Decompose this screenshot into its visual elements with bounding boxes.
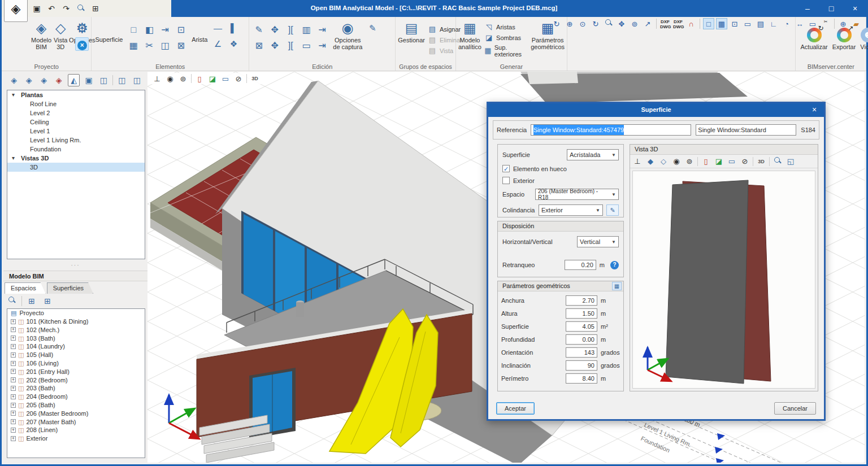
save-icon[interactable]: ▣ xyxy=(31,4,42,13)
duplicate-view-icon[interactable]: ◈ xyxy=(38,74,50,86)
cancel-selection-button[interactable]: × xyxy=(75,37,89,51)
minimize-button[interactable]: – xyxy=(800,2,815,15)
altura-input[interactable]: 1.50 xyxy=(566,308,597,319)
hueco-checkbox[interactable]: ✓ xyxy=(502,165,510,172)
tree-item-level-1-living[interactable]: Level 1 Living Rm. xyxy=(7,136,145,145)
vista-3d-button[interactable]: ◇ Vista 3D xyxy=(54,19,67,61)
profundidad-input[interactable]: 0.00 xyxy=(566,334,597,345)
show-dimensions-icon[interactable]: ▭ xyxy=(727,157,737,166)
anchura-input[interactable]: 2.70 xyxy=(566,295,597,306)
calc-parametros-icon[interactable]: ▦ xyxy=(612,282,622,290)
fan-icon[interactable]: ❖ xyxy=(227,37,240,51)
tab-espacios[interactable]: Espacios xyxy=(5,282,46,294)
paint-surface-icon[interactable]: ◧ xyxy=(142,23,157,37)
deck-chimney[interactable] xyxy=(296,302,304,317)
hide-elements-icon[interactable]: ⊘ xyxy=(740,157,750,166)
eye-orbit-icon[interactable]: ◉ xyxy=(671,157,682,166)
show-dimensions-icon[interactable]: ▭ xyxy=(220,75,231,83)
move-vertical-icon[interactable]: ✥ xyxy=(267,38,282,53)
tree-item-level-1[interactable]: Level 1 xyxy=(7,127,145,136)
edit-pencil-icon[interactable]: ✎ xyxy=(251,23,266,37)
gestionar-button[interactable]: ▤ Gestionar xyxy=(398,19,425,61)
show-doors-icon[interactable]: ▯ xyxy=(701,157,711,166)
new-surface-icon[interactable]: □ xyxy=(126,23,141,37)
view-3d-settings-icon[interactable]: 3D xyxy=(250,76,260,81)
export-dxf-icon[interactable]: DXF DWG xyxy=(659,18,671,29)
close-button[interactable]: × xyxy=(847,2,863,15)
app-menu-button[interactable]: ◈ xyxy=(4,0,28,22)
orientacion-input[interactable]: 143 xyxy=(566,347,597,358)
ortho-icon[interactable]: ∟ xyxy=(768,18,779,29)
help-icon[interactable]: ? xyxy=(610,261,619,269)
espacio-select[interactable]: 206 (Master Bedroom) - R18▼ xyxy=(535,189,619,200)
erase-icon[interactable]: ⊠ xyxy=(251,38,266,53)
snapshot-icon[interactable]: ▣ xyxy=(83,74,94,86)
fit-preview-icon[interactable]: ◱ xyxy=(785,157,796,166)
zoom-preview-icon[interactable] xyxy=(772,156,783,166)
search-spaces-icon[interactable] xyxy=(6,295,18,307)
show-doors-icon[interactable]: ▯ xyxy=(194,75,205,83)
export-book-icon[interactable]: ◫ xyxy=(131,74,143,86)
user-account-button[interactable]: ☻✓ Victor xyxy=(860,26,868,59)
text-style-icon[interactable]: ▤ xyxy=(755,18,766,29)
line-icon[interactable]: — xyxy=(211,21,224,35)
comment-icon[interactable]: ▭ xyxy=(807,18,818,29)
rotate-surface-icon[interactable]: ⊡ xyxy=(173,23,188,37)
tree-item-ceiling[interactable]: Ceiling xyxy=(7,117,145,127)
panel-splitter[interactable]: ··· xyxy=(3,263,147,269)
fullscreen-icon[interactable]: ↗ xyxy=(642,18,653,29)
angle-snap-icon[interactable]: ◔ xyxy=(781,18,792,29)
cancelar-button[interactable]: Cancelar xyxy=(774,402,816,415)
tree-item-3d[interactable]: 3D xyxy=(7,163,145,172)
dialog-close-icon[interactable]: × xyxy=(808,103,821,117)
aristas-button[interactable]: ◹Aristas xyxy=(484,23,528,32)
arista-tool[interactable]: Arista xyxy=(190,36,209,43)
converge-icon[interactable]: ⇥ xyxy=(158,23,172,37)
space-exterior[interactable]: +◫Exterior xyxy=(7,434,145,443)
language-globe-icon[interactable]: ⊕ xyxy=(837,18,849,29)
angled-line-icon[interactable]: ∠ xyxy=(211,37,224,51)
window-frame-icon[interactable]: □ xyxy=(703,18,714,29)
space-201[interactable]: +◫201 (Entry Hall) xyxy=(7,368,145,376)
magnet-snap-icon[interactable]: ∩ xyxy=(685,18,697,29)
show-surfaces-icon[interactable]: ◪ xyxy=(714,157,724,166)
neighbor-chimney[interactable] xyxy=(527,72,578,84)
open-book-icon[interactable]: ◫ xyxy=(116,74,128,86)
vista-3d-canvas[interactable] xyxy=(632,171,815,389)
edit-surface-icon[interactable]: ⊠ xyxy=(173,38,188,53)
space-102[interactable]: +◫102 (Mech.) xyxy=(7,326,145,334)
edit-view-icon[interactable]: ◈ xyxy=(23,74,34,86)
cube-rotate-icon[interactable]: ◇ xyxy=(658,157,669,166)
collapse-tree-icon[interactable]: ⊞ xyxy=(41,295,54,307)
add-view-icon[interactable]: ◈ xyxy=(8,74,20,86)
measure-icon[interactable]: ▭ xyxy=(299,38,314,53)
tree-item-roof-line[interactable]: Roof Line xyxy=(7,99,145,108)
space-204[interactable]: +◫204 (Bedroom) xyxy=(7,393,145,401)
tipo-input[interactable]: Single Window:Standard xyxy=(696,124,796,136)
extend-surface-icon[interactable]: ▦ xyxy=(126,38,141,53)
pan-icon[interactable]: ✥ xyxy=(616,18,627,29)
space-105[interactable]: +◫105 (Hall) xyxy=(7,351,145,359)
actualizar-button[interactable]: ↻ Actualizar xyxy=(800,26,827,59)
dimension-style-icon[interactable]: ↔ xyxy=(794,18,805,29)
modelo-bim-button[interactable]: ◈ Modelo BIM xyxy=(31,19,51,61)
tree-item-level-2[interactable]: Level 2 xyxy=(7,108,145,117)
exterior-checkbox[interactable]: ✓ xyxy=(502,177,510,184)
ruler-icon[interactable]: ▭ xyxy=(742,18,753,29)
zoom-window-icon[interactable] xyxy=(603,18,614,29)
inclinacion-input[interactable]: 90 xyxy=(566,360,597,371)
assign-brush-icon[interactable]: ✎ xyxy=(366,21,379,35)
wall-paint-icon[interactable]: ▌ xyxy=(227,21,240,35)
cut-surface-icon[interactable]: ✂ xyxy=(142,38,157,53)
align-left-icon[interactable]: ][ xyxy=(283,23,298,37)
surface-front-panel[interactable] xyxy=(666,180,748,384)
help-book-icon[interactable]: ▰ xyxy=(850,18,862,29)
align-top-icon[interactable]: ⇥ xyxy=(315,23,329,37)
rotate-view-icon[interactable]: ↻ xyxy=(551,18,562,29)
delete-view-icon[interactable]: ◈ xyxy=(53,74,64,86)
move-icon[interactable]: ✥ xyxy=(267,23,282,37)
sup-exteriores-button[interactable]: ▦Sup. exteriores xyxy=(484,44,528,58)
space-205[interactable]: +◫205 (Bath) xyxy=(7,401,145,410)
undo-icon[interactable]: ↶ xyxy=(46,4,57,13)
snap-grid-icon[interactable]: ⊡ xyxy=(729,18,740,29)
